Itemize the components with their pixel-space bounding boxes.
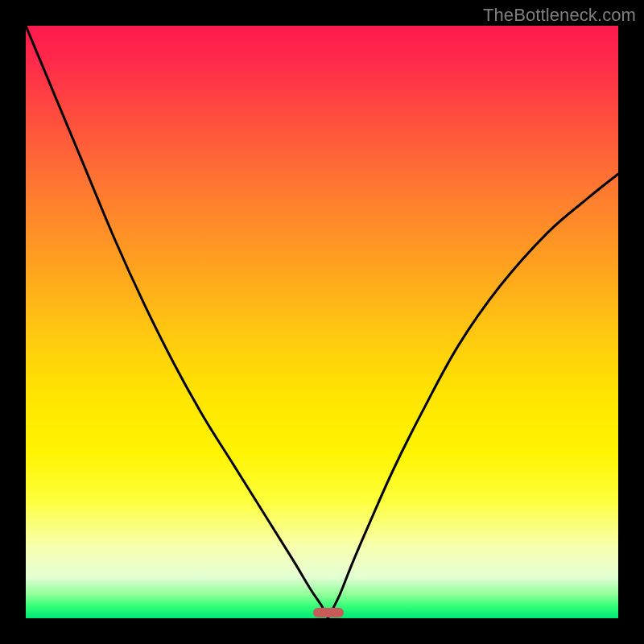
chart-frame: TheBottleneck.com xyxy=(0,0,644,644)
curve-layer xyxy=(26,26,618,618)
left-curve xyxy=(26,26,328,618)
plot-area xyxy=(26,26,618,618)
watermark-text: TheBottleneck.com xyxy=(483,5,636,26)
optimal-marker xyxy=(313,608,344,617)
right-curve xyxy=(328,174,618,618)
